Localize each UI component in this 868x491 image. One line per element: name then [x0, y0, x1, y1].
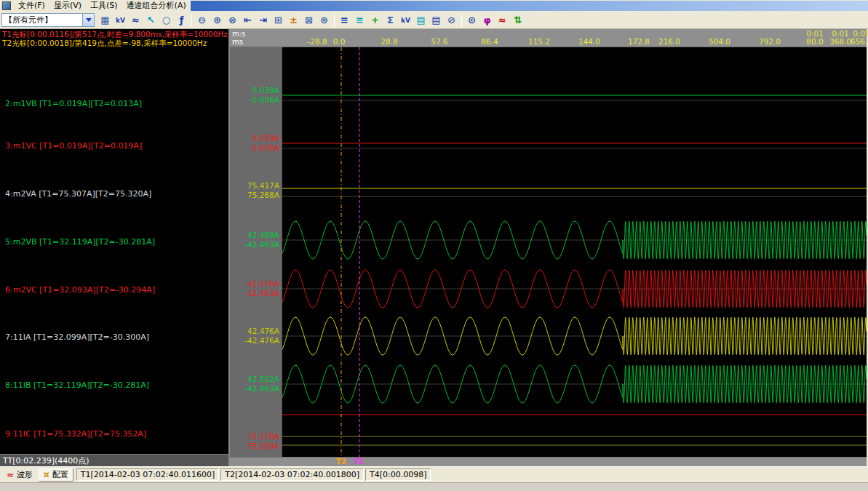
zoom-full-icon[interactable]: ⊛: [316, 13, 332, 28]
tab-config-label: 配置: [52, 469, 68, 480]
time-tick-label: 0:01368.0: [829, 30, 851, 46]
kv-values-icon[interactable]: kV: [398, 13, 413, 28]
scale-value: 42.476A-42.476A: [230, 327, 279, 346]
toolbar-icons: ▦kV≈↖○ƒ⊖⊕⊗⇤⇥⊞±⊠⊛≡≡+ΣkV▤▤⊘⊙φ≈⇅: [97, 13, 525, 28]
phasor-icon[interactable]: φ: [479, 13, 495, 28]
channel-list2-icon[interactable]: ≡: [352, 13, 367, 28]
expand-x-icon[interactable]: ⇥: [255, 13, 271, 28]
zoom-x-icon[interactable]: ⊞: [271, 13, 286, 28]
menu-item-0[interactable]: 文件(F): [14, 0, 49, 12]
main-area: TT[0:02.239](4400点) T1光标[0:00.0116]/第517…: [0, 29, 868, 466]
waveform-traces: [230, 47, 867, 457]
window-bottom-edge: [0, 482, 868, 491]
menu-item-2[interactable]: 工具(S): [86, 0, 122, 12]
time-tick-label: 792.0: [759, 38, 781, 46]
tab-waveform[interactable]: ≈ 波形: [2, 468, 37, 482]
channel-label[interactable]: 8:11IB [T1=32.119A][T2=-30.281A]: [5, 380, 149, 390]
timestamp-panel-0: T1[2014-02-03 07:02:40.011600]: [76, 468, 220, 481]
tab-config[interactable]: ¤ 配置: [39, 468, 73, 482]
scale-value: 0.039A-0.006A: [230, 134, 279, 153]
toolbar-separator: [461, 14, 462, 27]
config-tab-icon: ¤: [44, 470, 49, 480]
cursor-label-T2: T2: [336, 458, 346, 466]
scale-value: 75.378A75.309A: [230, 432, 279, 451]
clock-icon[interactable]: ⊙: [464, 13, 479, 28]
waveform-icon[interactable]: ≈: [128, 13, 143, 28]
time-tick-label: 0:01656.0: [851, 30, 868, 46]
timestamp-panel-1: T2[2014-02-03 07:02:40.001800]: [220, 468, 364, 481]
channel-label[interactable]: 7:11IA [T1=32.099A][T2=-30.300A]: [5, 332, 149, 342]
zoom-reset-icon[interactable]: ⊗: [225, 13, 240, 28]
toolbar: 【所有元件】 ▦kV≈↖○ƒ⊖⊕⊗⇤⇥⊞±⊠⊛≡≡+ΣkV▤▤⊘⊙φ≈⇅: [0, 12, 868, 29]
shift-baseline-icon[interactable]: ±: [286, 13, 301, 28]
channel-list-icon[interactable]: ≡: [337, 13, 352, 28]
time-tick-label: 57.6: [431, 38, 447, 46]
total-time-text: TT[0:02.239](4400点): [3, 455, 89, 466]
chevron-down-icon: [86, 18, 92, 22]
channel-label[interactable]: 2:m1VB [T1=0.019A][T2=0.013A]: [5, 99, 142, 108]
element-filter-value: 【所有元件】: [2, 15, 82, 25]
app-icon: [2, 1, 11, 10]
waveform-area: m:s ms -28.80.028.857.686.4115.2144.0172…: [230, 29, 867, 466]
cursor-info-line-2: T2光标[0:00.0018]/第419点,点差=-98,采样率=10000Hz: [2, 39, 207, 47]
grid2-icon[interactable]: ▤: [429, 13, 444, 28]
total-time-status: TT[0:02.239](4400点): [0, 454, 228, 466]
cursor-info-line-1: T1光标[0:00.0116]/第517点,时差=9.800ms,采样率=100…: [2, 30, 228, 39]
channel-label[interactable]: 3:m1VC [T1=0.019A][T2=0.019A]: [5, 141, 142, 151]
menu-bar: 文件(F)显示(V)工具(S)通道组合分析(A): [0, 0, 868, 12]
time-tick-label: 86.4: [481, 38, 498, 46]
arrange-icon[interactable]: ▦: [97, 13, 113, 28]
pick-cursor-icon[interactable]: ↖: [143, 13, 159, 28]
channel-label[interactable]: 4:m2VA [T1=75.307A][T2=75.320A]: [5, 189, 151, 199]
channel-label[interactable]: 9:11IC [T1=75.332A][T2=75.352A]: [5, 429, 146, 439]
scale-value: 42.489A-42.463A: [230, 231, 279, 250]
zoom-in-icon[interactable]: ⊕: [210, 13, 225, 28]
cursor-label-T1: T1: [354, 458, 364, 466]
add-cursor-icon[interactable]: +: [367, 13, 383, 28]
time-tick-label: 144.0: [578, 38, 600, 46]
menu-bar-items: 文件(F)显示(V)工具(S)通道组合分析(A): [14, 0, 191, 12]
stats-icon[interactable]: Σ: [383, 13, 398, 28]
app-window: 文件(F)显示(V)工具(S)通道组合分析(A) 【所有元件】 ▦kV≈↖○ƒ⊖…: [0, 0, 868, 491]
time-tick-label: 0.0: [333, 38, 346, 46]
waveform-tab-icon: ≈: [7, 470, 14, 480]
time-tick-label: 28.8: [381, 38, 397, 46]
scale-value: 42.502A-42.463A: [230, 375, 279, 394]
time-tick-label: 504.0: [709, 38, 730, 46]
combo-dropdown-button[interactable]: [82, 14, 94, 26]
time-tick-label: 115.2: [528, 38, 550, 46]
tab-waveform-label: 波形: [17, 469, 33, 480]
channel-label[interactable]: 6:m2VC [T1=32.093A][T2=-30.294A]: [5, 285, 155, 295]
timestamp-panel-2: T4[0:00.0098]: [365, 468, 431, 481]
hide-time-icon[interactable]: ⊘: [444, 13, 459, 28]
channel-list-panel[interactable]: TT[0:02.239](4400点) T1光标[0:00.0116]/第517…: [0, 29, 230, 466]
formula-icon[interactable]: ƒ: [174, 13, 189, 28]
zoom-y-icon[interactable]: ⊠: [301, 13, 316, 28]
grid-icon[interactable]: ▤: [413, 13, 429, 28]
axis-unit-minsec: m:s: [232, 30, 245, 38]
axis-unit-ms: ms: [232, 38, 245, 46]
time-tick-label: 0:0180.0: [806, 30, 824, 46]
toolbar-separator: [334, 14, 335, 27]
element-filter-combo[interactable]: 【所有元件】: [1, 13, 95, 27]
status-tab-bar: ≈ 波形 ¤ 配置 T1[2014-02-03 07:02:40.011600]…: [0, 466, 868, 482]
compress-x-icon[interactable]: ⇤: [240, 13, 255, 28]
sequence-icon[interactable]: ⇅: [510, 13, 525, 28]
axis-unit-label: m:s ms: [232, 30, 245, 46]
time-tick-label: 216.0: [658, 38, 680, 46]
channel-label[interactable]: 5:m2VB [T1=32.119A][T2=-30.281A]: [5, 237, 155, 247]
waveform-plot[interactable]: 0.039A-0.006A0.039A-0.006A75.417A75.268A…: [230, 47, 867, 457]
title-bar-gradient: [191, 1, 868, 11]
timestamp-panels: T1[2014-02-03 07:02:40.011600]T2[2014-02…: [75, 468, 431, 481]
kv-scale-icon[interactable]: kV: [113, 13, 128, 28]
cursor-strip: T2T1: [230, 457, 867, 466]
scale-value: 0.039A-0.006A: [230, 86, 279, 105]
menu-item-3[interactable]: 通道组合分析(A): [122, 0, 191, 12]
time-tick-label: -28.8: [307, 38, 327, 46]
zoom-out-icon[interactable]: ⊖: [194, 13, 210, 28]
harmonic-icon[interactable]: ≈: [495, 13, 510, 28]
lasso-icon[interactable]: ○: [159, 13, 174, 28]
scale-value: 42.476A-42.463A: [230, 279, 279, 298]
toolbar-separator: [191, 14, 192, 27]
menu-item-1[interactable]: 显示(V): [49, 0, 86, 12]
